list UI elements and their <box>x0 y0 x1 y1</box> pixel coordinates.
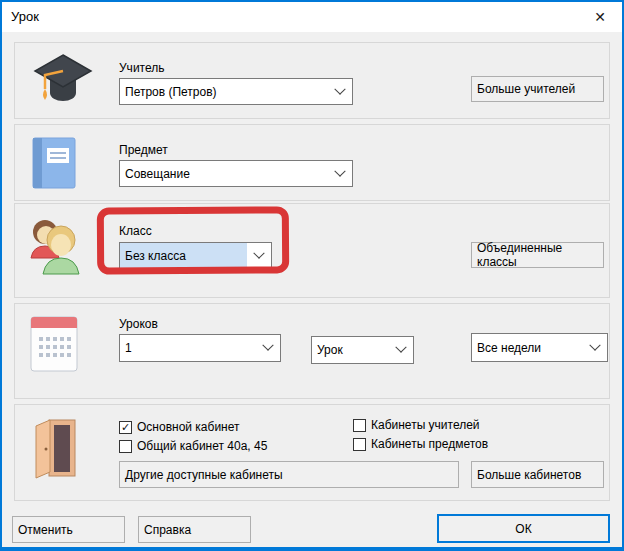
titlebar: Урок ✕ <box>2 2 622 32</box>
help-button[interactable]: Справка <box>138 516 251 543</box>
chevron-down-icon <box>389 346 413 354</box>
lessons-count-dropdown[interactable]: 1 <box>119 334 281 362</box>
teacher-dropdown-value: Петров (Петров) <box>120 85 328 99</box>
class-dropdown-value: Без класса <box>120 243 247 268</box>
cancel-button[interactable]: Отменить <box>12 516 125 543</box>
chevron-down-icon <box>328 88 352 96</box>
other-rooms-button[interactable]: Другие доступные кабинеты <box>119 461 459 488</box>
ok-button[interactable]: ОК <box>437 514 610 543</box>
lessons-count-value: 1 <box>120 341 256 355</box>
chevron-down-icon <box>328 170 352 178</box>
teacher-section: Учитель Петров (Петров) Больше учителей <box>14 42 610 119</box>
checkbox-label: Кабинеты учителей <box>371 418 480 432</box>
subject-dropdown[interactable]: Совещание <box>119 160 353 187</box>
lessons-count-label: Уроков <box>119 317 158 331</box>
checkbox-label: Общий кабинет 40а, 45 <box>137 439 267 453</box>
subject-section: Предмет Совещание <box>14 124 610 201</box>
class-label: Класс <box>119 224 152 238</box>
shared-room-checkbox[interactable]: Общий кабинет 40а, 45 <box>119 439 267 453</box>
graduation-cap-icon <box>29 53 93 111</box>
students-icon <box>27 214 83 280</box>
joint-classes-button[interactable]: Объединенные классы <box>471 242 604 268</box>
weeks-dropdown-value: Все недели <box>472 341 583 355</box>
more-rooms-button[interactable]: Больше кабинетов <box>471 461 604 488</box>
chevron-down-icon <box>256 344 280 352</box>
teacher-rooms-checkbox[interactable]: Кабинеты учителей <box>353 418 480 432</box>
weeks-dropdown[interactable]: Все недели <box>471 333 608 362</box>
calendar-icon <box>30 316 78 378</box>
lesson-duration-value: Урок <box>312 343 389 357</box>
teacher-label: Учитель <box>119 61 164 75</box>
main-room-checkbox[interactable]: ✓ Основной кабинет <box>119 420 240 434</box>
close-icon[interactable]: ✕ <box>578 2 622 31</box>
subject-dropdown-value: Совещание <box>120 167 328 181</box>
checkbox-check-icon <box>353 438 366 451</box>
classroom-section: ✓ Основной кабинет Общий кабинет 40а, 45… <box>14 404 610 501</box>
lesson-dialog: Урок ✕ Учитель Петров (Петров) Больше уч… <box>0 0 624 551</box>
class-dropdown[interactable]: Без класса <box>119 242 272 269</box>
book-icon <box>32 137 78 191</box>
window-title: Урок <box>11 9 39 24</box>
checkbox-check-icon <box>119 440 132 453</box>
class-section: Класс Без класса Объединенные классы <box>14 203 610 298</box>
checkbox-label: Основной кабинет <box>137 420 240 434</box>
checkbox-check-icon: ✓ <box>119 421 132 434</box>
checkbox-label: Кабинеты предметов <box>371 437 488 451</box>
lessons-section: Уроков 1 Урок Все недели <box>14 303 610 399</box>
subject-label: Предмет <box>119 143 168 157</box>
chevron-down-icon <box>583 344 607 352</box>
teacher-dropdown[interactable]: Петров (Петров) <box>119 78 353 105</box>
chevron-down-icon <box>247 252 271 260</box>
checkbox-check-icon <box>353 419 366 432</box>
more-teachers-button[interactable]: Больше учителей <box>471 76 604 102</box>
lesson-duration-dropdown[interactable]: Урок <box>311 336 414 364</box>
door-icon <box>33 417 77 481</box>
subject-rooms-checkbox[interactable]: Кабинеты предметов <box>353 437 488 451</box>
